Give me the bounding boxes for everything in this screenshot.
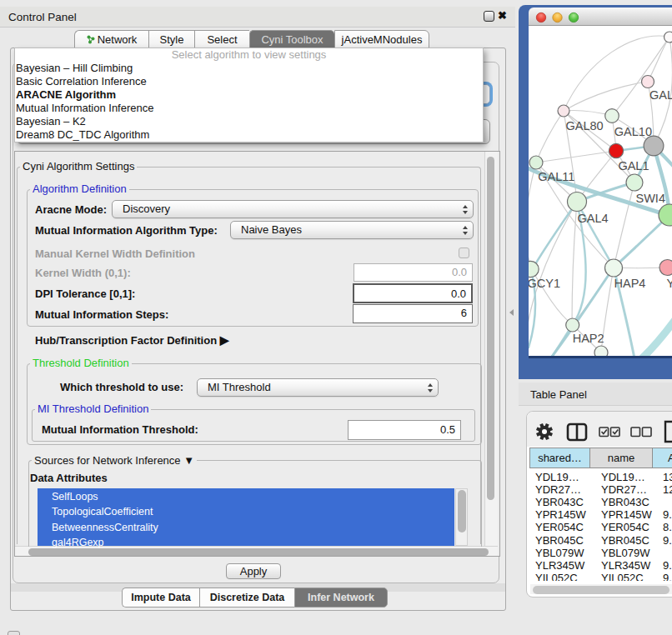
- svg-text:SWI4: SWI4: [636, 192, 665, 205]
- svg-text:HAP4: HAP4: [614, 277, 646, 290]
- svg-text:GCY1: GCY1: [529, 277, 560, 290]
- svg-text:GAL1: GAL1: [618, 159, 649, 172]
- svg-text:GAL4: GAL4: [578, 212, 609, 225]
- svg-text:HAP2: HAP2: [573, 332, 604, 345]
- svg-text:GAL80: GAL80: [566, 119, 604, 132]
- svg-text:GAL11: GAL11: [538, 170, 574, 183]
- svg-text:Y: Y: [667, 277, 672, 290]
- svg-text:GAL10: GAL10: [614, 125, 652, 138]
- svg-text:GAL8: GAL8: [649, 88, 672, 102]
